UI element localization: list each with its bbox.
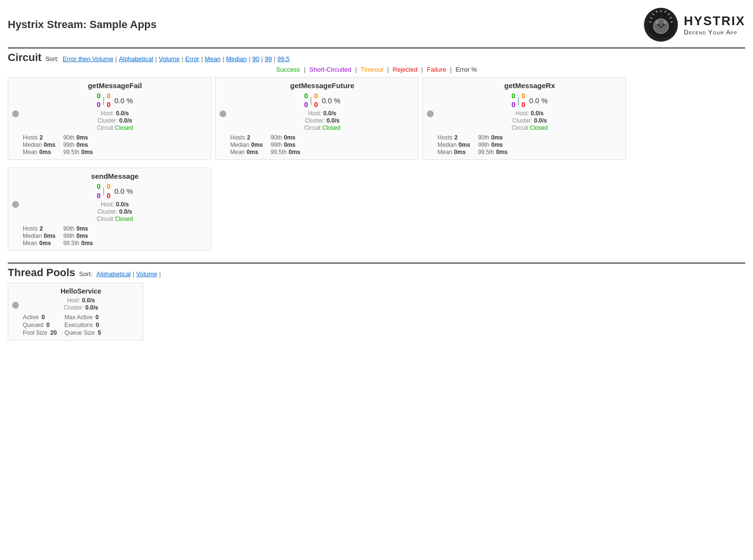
stat-p99: 0ms: [77, 141, 88, 148]
svg-point-18: [663, 20, 666, 24]
svg-line-8: [671, 22, 673, 22]
sort-error-volume[interactable]: Error then Volume: [63, 55, 113, 62]
tp-executions: 0: [96, 322, 99, 328]
stat-p995: 0ms: [81, 149, 93, 156]
circuit-name: getMessageFail: [23, 81, 207, 90]
tp-indicator-helloservice: [12, 302, 19, 309]
svg-point-16: [659, 26, 662, 28]
count-green: 0: [97, 92, 101, 100]
sort-mean[interactable]: Mean: [205, 55, 221, 62]
threadpools-section: Thread Pools Sort: Alphabetical | Volume…: [8, 263, 745, 341]
legend-rejected: Rejected: [392, 66, 417, 73]
tp-pool-size: 20: [50, 329, 57, 336]
sort-90[interactable]: 90: [252, 55, 259, 62]
circuit-indicator-getmessagefail: [12, 110, 19, 117]
circuit-status-row: Circuit Closed: [23, 124, 207, 131]
page-title: Hystrix Stream: Sample Apps: [8, 18, 157, 31]
sort-99[interactable]: 99: [265, 55, 271, 62]
circuit-name: getMessageRx: [438, 81, 622, 90]
circuit-status: Closed: [115, 124, 133, 131]
threadpools-section-header: Thread Pools Sort: Alphabetical | Volume…: [8, 263, 745, 279]
logo-text: HYSTRIX Defend Your App: [684, 14, 745, 36]
sort-995[interactable]: 99.5: [277, 55, 289, 62]
threadpools-section-title: Thread Pools: [8, 266, 75, 279]
circuit-indicator-getmessagerx: [427, 110, 434, 117]
page-header: Hystrix Stream: Sample Apps: [8, 8, 745, 42]
svg-point-14: [658, 24, 659, 25]
tp-queued: 0: [47, 322, 50, 328]
tp-name: HelloService: [23, 287, 139, 295]
legend-error-pct: Error %: [455, 66, 477, 73]
threadpools-grid: HelloService Host: 0.0/s Cluster: 0.0/s …: [8, 283, 745, 341]
circuit-content-getmessagerx: getMessageRx 0 0 | 0 0 0.0 % Host: 0.0/s…: [438, 81, 622, 156]
legend-row: Success | Short-Circuited | Timeout | Re…: [8, 66, 745, 73]
circuit-section-title: Circuit: [8, 51, 42, 64]
logo-name: HYSTRIX: [684, 14, 745, 29]
stat-median: 0ms: [44, 141, 55, 148]
tp-queue-size: 5: [98, 329, 101, 336]
sort-volume[interactable]: Volume: [159, 55, 180, 62]
svg-point-17: [656, 20, 659, 24]
stat-hosts: 2: [40, 134, 43, 141]
logo-circle: [644, 8, 678, 42]
tp-sort-alphabetical[interactable]: Alphabetical: [96, 270, 131, 278]
hystrix-logo-icon: [646, 10, 675, 39]
circuit-counts: 0 0 | 0 0 0.0 %: [230, 92, 414, 109]
svg-line-9: [649, 22, 651, 22]
cluster-rate: 0.0/s: [119, 117, 132, 124]
circuit-sort-label: Sort:: [46, 55, 59, 62]
circuit-counts: 0 0 | 0 0 0.0 %: [438, 92, 622, 109]
circuit-card-getmessagerx: getMessageRx 0 0 | 0 0 0.0 % Host: 0.0/s…: [423, 77, 626, 160]
legend-short-circuited: Short-Circuited: [309, 66, 351, 73]
circuit-content-sendmessage: sendMessage 0 0 | 0 0 0.0 % Host: 0.0/s …: [23, 172, 207, 246]
circuit-card-getmessagefuture: getMessageFuture 0 0 | 0 0 0.0 % Host: 0…: [215, 77, 419, 160]
sort-alphabetical[interactable]: Alphabetical: [119, 55, 153, 62]
tp-max-active: 0: [95, 314, 99, 321]
circuit-name: sendMessage: [23, 172, 207, 180]
circuit-indicator-getmessagefuture: [220, 110, 226, 117]
circuit-stats: Hosts 2 Median 0ms Mean 0ms 90th: [23, 134, 207, 156]
count-red: 0: [107, 100, 110, 109]
circuit-card-sendmessage: sendMessage 0 0 | 0 0 0.0 % Host: 0.0/s …: [8, 168, 211, 250]
sort-median[interactable]: Median: [226, 55, 247, 62]
tp-content-helloservice: HelloService Host: 0.0/s Cluster: 0.0/s …: [23, 287, 139, 336]
circuit-indicator-sendmessage: [12, 201, 19, 208]
count-orange: 0: [107, 92, 110, 100]
circuit-content-getmessagefail: getMessageFail 0 0 | 0 0 0.0 % Host: 0.0…: [23, 81, 207, 156]
tp-sort-volume[interactable]: Volume: [136, 270, 157, 278]
svg-point-15: [663, 24, 664, 25]
cluster-rate-row: Cluster: 0.0/s: [23, 117, 207, 124]
tp-card-helloservice: HelloService Host: 0.0/s Cluster: 0.0/s …: [8, 283, 143, 341]
legend-failure: Failure: [427, 66, 446, 73]
circuits-grid: getMessageFail 0 0 | 0 0 0.0 % Host: 0.0…: [8, 77, 745, 251]
logo-area: HYSTRIX Defend Your App: [644, 8, 745, 42]
circuit-name: getMessageFuture: [230, 81, 414, 90]
host-rate-row: Host: 0.0/s: [23, 110, 207, 117]
circuit-section-header: Circuit Sort: Error then Volume | Alphab…: [8, 47, 745, 64]
circuit-card-getmessagefail: getMessageFail 0 0 | 0 0 0.0 % Host: 0.0…: [8, 77, 211, 160]
tp-stats: Active 0 Queued 0 Pool Size 20: [23, 314, 139, 336]
threadpools-sort-label: Sort:: [79, 270, 92, 278]
count-purple: 0: [97, 100, 101, 109]
logo-tagline: Defend Your App: [684, 29, 745, 36]
tp-active: 0: [42, 314, 45, 321]
circuit-counts: 0 0 | 0 0 0.0 %: [23, 182, 207, 200]
legend-timeout: Timeout: [361, 66, 383, 73]
count-pct: 0.0 %: [114, 96, 133, 105]
host-rate: 0.0/s: [116, 110, 129, 117]
circuit-content-getmessagefuture: getMessageFuture 0 0 | 0 0 0.0 % Host: 0…: [230, 81, 414, 156]
threadpools-sort-links: Alphabetical | Volume |: [96, 270, 161, 278]
stat-p90: 0ms: [77, 134, 88, 141]
sort-error[interactable]: Error: [185, 55, 199, 62]
legend-success: Success: [276, 66, 300, 73]
circuit-counts: 0 0 | 0 0 0.0 %: [23, 92, 207, 109]
circuit-sort-links: Error then Volume | Alphabetical | Volum…: [63, 55, 289, 62]
stat-mean: 0ms: [39, 149, 51, 156]
